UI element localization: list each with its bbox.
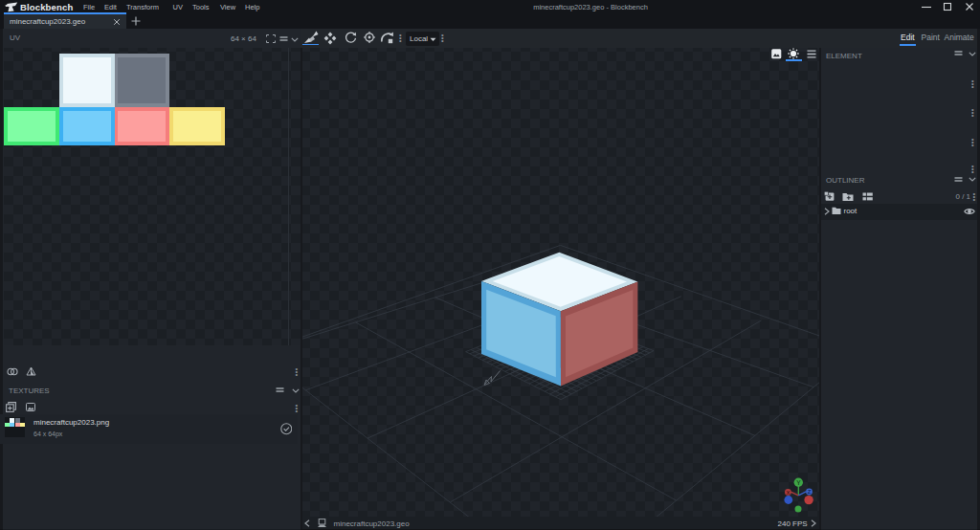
svg-text:Y: Y <box>796 479 801 486</box>
svg-text:Z: Z <box>808 489 812 495</box>
svg-text:X: X <box>786 490 790 496</box>
